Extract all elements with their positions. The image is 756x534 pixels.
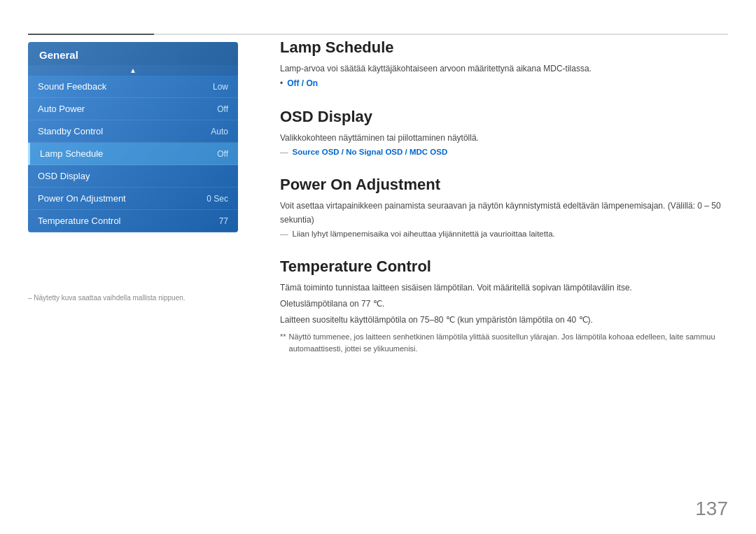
section-power-on-adjustment: Power On Adjustment Voit asettaa virtapa…	[280, 176, 728, 237]
sidebar-item-sound-feedback[interactable]: Sound Feedback Low	[28, 76, 238, 98]
osd-display-body: Valikkokohteen näyttäminen tai piilottam…	[280, 132, 728, 145]
sidebar-item-standby-control[interactable]: Standby Control Auto	[28, 120, 238, 143]
page-number: 137	[695, 498, 728, 520]
sidebar-item-label: Lamp Schedule	[40, 148, 103, 159]
main-content: Lamp Schedule Lamp-arvoa voi säätää käyt…	[280, 38, 728, 506]
lamp-schedule-title: Lamp Schedule	[280, 38, 728, 57]
sidebar-item-value: 0 Sec	[206, 194, 228, 204]
sidebar-item-value: Low	[213, 82, 228, 92]
temperature-control-title: Temperature Control	[280, 258, 728, 276]
lamp-schedule-option: Off / On	[287, 78, 318, 88]
lamp-schedule-bullet: Off / On	[280, 78, 728, 88]
sidebar-item-label: Power On Adjustment	[38, 193, 126, 204]
temperature-control-body2: Oletuslämpötilana on 77 ℃.	[280, 297, 728, 311]
sidebar-item-lamp-schedule[interactable]: Lamp Schedule Off	[28, 143, 238, 165]
osd-display-title: OSD Display	[280, 108, 728, 126]
section-lamp-schedule: Lamp Schedule Lamp-arvoa voi säätää käyt…	[280, 38, 728, 88]
osd-display-options: Source OSD / No Signal OSD / MDC OSD	[293, 148, 448, 156]
sidebar-item-value: 77	[219, 216, 228, 226]
osd-display-subnote: Source OSD / No Signal OSD / MDC OSD	[280, 148, 728, 156]
sidebar-item-label: Sound Feedback	[38, 81, 106, 92]
sidebar-item-value: Auto	[211, 127, 228, 136]
temperature-control-footnote: Näyttö tummenee, jos laitteen senhetkine…	[280, 331, 728, 354]
power-on-adjustment-body: Voit asettaa virtapainikkeen painamista …	[280, 199, 728, 226]
lamp-schedule-body: Lamp-arvoa voi säätää käyttäjäkohtaiseen…	[280, 62, 728, 76]
top-bar	[28, 34, 728, 35]
sidebar-item-label: Standby Control	[38, 126, 103, 136]
power-on-adjustment-title: Power On Adjustment	[280, 176, 728, 194]
sidebar-item-label: Auto Power	[38, 104, 85, 114]
sidebar-item-label: Temperature Control	[38, 216, 121, 226]
sidebar-item-power-on-adjustment[interactable]: Power On Adjustment 0 Sec	[28, 188, 238, 210]
sidebar-arrow: ▲	[28, 65, 238, 76]
section-temperature-control: Temperature Control Tämä toiminto tunnis…	[280, 258, 728, 355]
temperature-control-body1: Tämä toiminto tunnistaa laitteen sisäise…	[280, 281, 728, 295]
sidebar-item-temperature-control[interactable]: Temperature Control 77	[28, 210, 238, 232]
power-on-adjustment-subnote: Liian lyhyt lämpenemisaika voi aiheuttaa…	[280, 230, 728, 238]
sidebar: General ▲ Sound Feedback Low Auto Power …	[28, 42, 238, 232]
sidebar-title: General	[28, 42, 238, 65]
section-osd-display: OSD Display Valikkokohteen näyttäminen t…	[280, 108, 728, 156]
sidebar-item-osd-display[interactable]: OSD Display	[28, 165, 238, 188]
sidebar-item-label: OSD Display	[38, 171, 90, 181]
sidebar-item-value: Off	[217, 104, 228, 114]
sidebar-item-auto-power[interactable]: Auto Power Off	[28, 98, 238, 120]
temperature-control-body3: Laitteen suositeltu käyttölämpötila on 7…	[280, 314, 728, 327]
sidebar-item-value: Off	[217, 149, 228, 159]
sidebar-note: – Näytetty kuva saattaa vaihdella mallis…	[28, 294, 186, 302]
